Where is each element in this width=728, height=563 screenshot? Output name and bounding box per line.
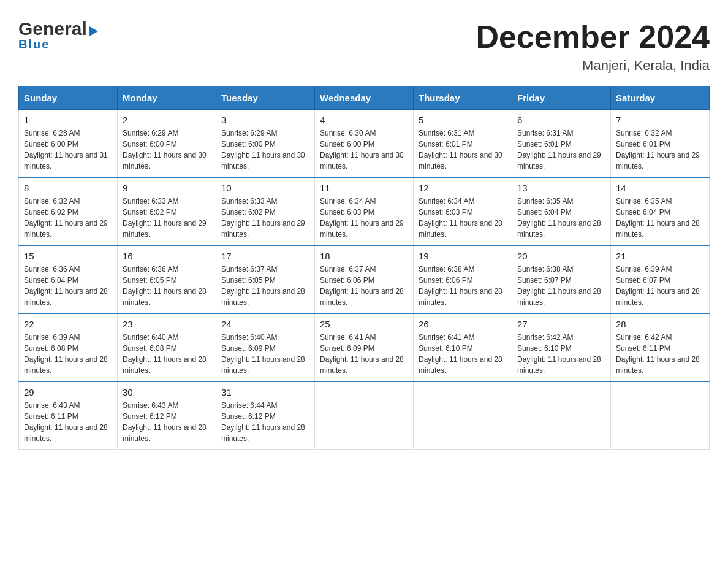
day-info: Sunrise: 6:34 AMSunset: 6:03 PMDaylight:… [320, 196, 408, 240]
day-number: 14 [616, 183, 704, 193]
day-number: 29 [24, 387, 112, 397]
day-info: Sunrise: 6:33 AMSunset: 6:02 PMDaylight:… [123, 196, 211, 240]
page-subtitle: Manjeri, Kerala, India [476, 58, 710, 74]
header-sunday: Sunday [19, 86, 118, 110]
calendar-week-row: 8Sunrise: 6:32 AMSunset: 6:02 PMDaylight… [19, 177, 710, 245]
table-row: 29Sunrise: 6:43 AMSunset: 6:11 PMDayligh… [19, 381, 118, 450]
day-number: 17 [221, 251, 309, 261]
day-info: Sunrise: 6:38 AMSunset: 6:07 PMDaylight:… [517, 264, 605, 308]
logo: General Blue [18, 18, 99, 52]
logo-blue-label: Blue [18, 37, 50, 52]
table-row: 1Sunrise: 6:28 AMSunset: 6:00 PMDaylight… [19, 110, 118, 178]
table-row: 23Sunrise: 6:40 AMSunset: 6:08 PMDayligh… [118, 313, 216, 381]
header-tuesday: Tuesday [216, 86, 315, 110]
calendar-week-row: 22Sunrise: 6:39 AMSunset: 6:08 PMDayligh… [19, 313, 710, 381]
day-number: 13 [517, 183, 605, 193]
table-row: 13Sunrise: 6:35 AMSunset: 6:04 PMDayligh… [512, 177, 611, 245]
day-number: 10 [221, 183, 309, 193]
table-row: 9Sunrise: 6:33 AMSunset: 6:02 PMDaylight… [118, 177, 216, 245]
day-info: Sunrise: 6:29 AMSunset: 6:00 PMDaylight:… [123, 128, 211, 172]
table-row: 11Sunrise: 6:34 AMSunset: 6:03 PMDayligh… [315, 177, 414, 245]
day-info: Sunrise: 6:42 AMSunset: 6:10 PMDaylight:… [517, 332, 605, 376]
day-number: 26 [419, 319, 507, 329]
calendar-week-row: 29Sunrise: 6:43 AMSunset: 6:11 PMDayligh… [19, 381, 710, 450]
day-number: 11 [320, 183, 408, 193]
calendar-table: Sunday Monday Tuesday Wednesday Thursday… [18, 86, 710, 450]
day-number: 21 [616, 251, 704, 261]
day-info: Sunrise: 6:33 AMSunset: 6:02 PMDaylight:… [221, 196, 309, 240]
day-info: Sunrise: 6:43 AMSunset: 6:12 PMDaylight:… [123, 400, 211, 444]
svg-marker-0 [89, 26, 98, 36]
day-info: Sunrise: 6:37 AMSunset: 6:05 PMDaylight:… [221, 264, 309, 308]
day-info: Sunrise: 6:29 AMSunset: 6:00 PMDaylight:… [221, 128, 309, 172]
day-number: 31 [221, 387, 309, 397]
table-row: 15Sunrise: 6:36 AMSunset: 6:04 PMDayligh… [19, 245, 118, 313]
page-title: December 2024 [476, 18, 710, 55]
table-row: 14Sunrise: 6:35 AMSunset: 6:04 PMDayligh… [611, 177, 710, 245]
day-info: Sunrise: 6:32 AMSunset: 6:01 PMDaylight:… [616, 128, 704, 172]
day-info: Sunrise: 6:44 AMSunset: 6:12 PMDaylight:… [221, 400, 309, 444]
day-number: 24 [221, 319, 309, 329]
table-row [512, 381, 611, 450]
table-row: 24Sunrise: 6:40 AMSunset: 6:09 PMDayligh… [216, 313, 315, 381]
day-number: 27 [517, 319, 605, 329]
page-header: General Blue December 2024 Manjeri, Kera… [18, 18, 710, 74]
table-row: 10Sunrise: 6:33 AMSunset: 6:02 PMDayligh… [216, 177, 315, 245]
day-info: Sunrise: 6:35 AMSunset: 6:04 PMDaylight:… [616, 196, 704, 240]
day-info: Sunrise: 6:31 AMSunset: 6:01 PMDaylight:… [419, 128, 507, 172]
table-row [611, 381, 710, 450]
day-number: 6 [517, 115, 605, 125]
day-number: 3 [221, 115, 309, 125]
day-number: 23 [123, 319, 211, 329]
table-row: 5Sunrise: 6:31 AMSunset: 6:01 PMDaylight… [414, 110, 512, 178]
day-number: 4 [320, 115, 408, 125]
day-number: 1 [24, 115, 112, 125]
table-row: 8Sunrise: 6:32 AMSunset: 6:02 PMDaylight… [19, 177, 118, 245]
day-info: Sunrise: 6:39 AMSunset: 6:07 PMDaylight:… [616, 264, 704, 308]
header-saturday: Saturday [611, 86, 710, 110]
day-number: 2 [123, 115, 211, 125]
table-row: 3Sunrise: 6:29 AMSunset: 6:00 PMDaylight… [216, 110, 315, 178]
day-number: 19 [419, 251, 507, 261]
table-row: 26Sunrise: 6:41 AMSunset: 6:10 PMDayligh… [414, 313, 512, 381]
day-number: 5 [419, 115, 507, 125]
table-row: 7Sunrise: 6:32 AMSunset: 6:01 PMDaylight… [611, 110, 710, 178]
table-row: 6Sunrise: 6:31 AMSunset: 6:01 PMDaylight… [512, 110, 611, 178]
day-info: Sunrise: 6:41 AMSunset: 6:10 PMDaylight:… [419, 332, 507, 376]
table-row: 31Sunrise: 6:44 AMSunset: 6:12 PMDayligh… [216, 381, 315, 450]
day-number: 20 [517, 251, 605, 261]
logo-triangle-icon [88, 25, 99, 40]
day-number: 28 [616, 319, 704, 329]
day-info: Sunrise: 6:28 AMSunset: 6:00 PMDaylight:… [24, 128, 112, 172]
calendar-week-row: 15Sunrise: 6:36 AMSunset: 6:04 PMDayligh… [19, 245, 710, 313]
day-info: Sunrise: 6:35 AMSunset: 6:04 PMDaylight:… [517, 196, 605, 240]
table-row: 21Sunrise: 6:39 AMSunset: 6:07 PMDayligh… [611, 245, 710, 313]
day-info: Sunrise: 6:30 AMSunset: 6:00 PMDaylight:… [320, 128, 408, 172]
table-row: 12Sunrise: 6:34 AMSunset: 6:03 PMDayligh… [414, 177, 512, 245]
day-info: Sunrise: 6:43 AMSunset: 6:11 PMDaylight:… [24, 400, 112, 444]
table-row: 2Sunrise: 6:29 AMSunset: 6:00 PMDaylight… [118, 110, 216, 178]
day-number: 9 [123, 183, 211, 193]
day-number: 25 [320, 319, 408, 329]
day-number: 15 [24, 251, 112, 261]
title-area: December 2024 Manjeri, Kerala, India [476, 18, 710, 74]
table-row: 27Sunrise: 6:42 AMSunset: 6:10 PMDayligh… [512, 313, 611, 381]
header-wednesday: Wednesday [315, 86, 414, 110]
day-info: Sunrise: 6:40 AMSunset: 6:09 PMDaylight:… [221, 332, 309, 376]
day-info: Sunrise: 6:32 AMSunset: 6:02 PMDaylight:… [24, 196, 112, 240]
day-number: 7 [616, 115, 704, 125]
table-row: 4Sunrise: 6:30 AMSunset: 6:00 PMDaylight… [315, 110, 414, 178]
table-row: 30Sunrise: 6:43 AMSunset: 6:12 PMDayligh… [118, 381, 216, 450]
table-row: 17Sunrise: 6:37 AMSunset: 6:05 PMDayligh… [216, 245, 315, 313]
header-friday: Friday [512, 86, 611, 110]
day-info: Sunrise: 6:36 AMSunset: 6:04 PMDaylight:… [24, 264, 112, 308]
table-row: 22Sunrise: 6:39 AMSunset: 6:08 PMDayligh… [19, 313, 118, 381]
header-monday: Monday [118, 86, 216, 110]
header-thursday: Thursday [414, 86, 512, 110]
table-row: 19Sunrise: 6:38 AMSunset: 6:06 PMDayligh… [414, 245, 512, 313]
table-row [315, 381, 414, 450]
table-row: 20Sunrise: 6:38 AMSunset: 6:07 PMDayligh… [512, 245, 611, 313]
day-number: 8 [24, 183, 112, 193]
day-number: 30 [123, 387, 211, 397]
day-number: 16 [123, 251, 211, 261]
